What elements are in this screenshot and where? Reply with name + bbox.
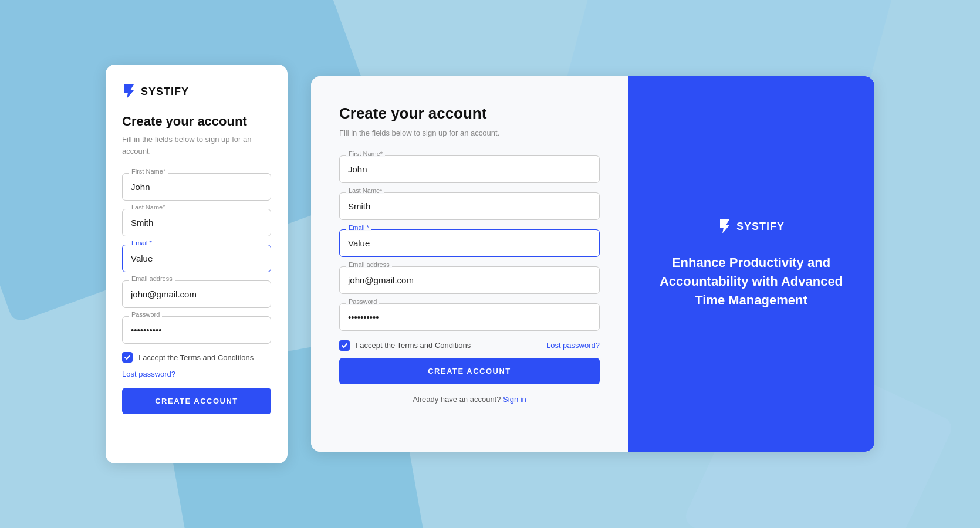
last-name-input-small[interactable] — [122, 209, 271, 236]
terms-checkbox-small[interactable] — [122, 352, 133, 363]
first-name-input-small[interactable] — [122, 173, 271, 201]
password-input-large[interactable] — [339, 303, 600, 331]
email-group-small: Email * — [122, 245, 271, 272]
first-name-input-large[interactable] — [339, 155, 600, 183]
form-title-small: Create your account — [122, 114, 271, 129]
password-group-large: Password — [339, 303, 600, 331]
last-name-group-small: Last Name* — [122, 209, 271, 236]
large-card-promo: SYSTIFY Enhance Productivity and Account… — [628, 76, 874, 452]
email-address-input-large[interactable] — [339, 266, 600, 294]
email-address-group-large: Email address — [339, 266, 600, 294]
create-account-button-large[interactable]: CREATE ACCOUNT — [339, 358, 600, 384]
promo-brand-name: SYSTIFY — [736, 221, 785, 233]
lost-password-small[interactable]: Lost password? — [122, 370, 271, 378]
small-card: SYSTIFY Create your account Fill in the … — [106, 65, 288, 463]
email-address-group-small: Email address — [122, 280, 271, 308]
email-address-label-large: Email address — [346, 261, 392, 268]
checkmark-icon-small — [124, 354, 131, 361]
promo-tagline: Enhance Productivity and Accountability … — [656, 253, 846, 310]
logo-row-small: SYSTIFY — [122, 83, 271, 100]
email-group-large: Email * — [339, 229, 600, 257]
email-label-large: Email * — [346, 224, 371, 231]
checkmark-icon-large — [341, 342, 348, 349]
first-name-group-large: First Name* — [339, 155, 600, 183]
email-address-input-small[interactable] — [122, 280, 271, 308]
already-text: Already have an account? — [413, 395, 501, 404]
large-card-form: Create your account Fill in the fields b… — [311, 76, 628, 452]
email-input-large[interactable] — [339, 229, 600, 257]
email-label-small: Email * — [129, 239, 154, 246]
password-label-large: Password — [346, 298, 379, 305]
sign-in-link[interactable]: Sign in — [503, 395, 526, 404]
form-title-large: Create your account — [339, 104, 600, 123]
form-subtitle-large: Fill in the fields below to sign up for … — [339, 127, 600, 139]
large-card: Create your account Fill in the fields b… — [311, 76, 874, 452]
promo-logo-row: SYSTIFY — [718, 218, 785, 235]
last-name-group-large: Last Name* — [339, 192, 600, 220]
already-have-account-row: Already have an account? Sign in — [339, 395, 600, 404]
main-layout: SYSTIFY Create your account Fill in the … — [0, 0, 980, 528]
password-group-small: Password — [122, 316, 271, 344]
password-label-small: Password — [129, 311, 162, 318]
brand-name-small: SYSTIFY — [141, 86, 189, 98]
last-name-label-large: Last Name* — [346, 187, 384, 194]
terms-label-small: I accept the Terms and Conditions — [138, 353, 254, 362]
last-name-input-large[interactable] — [339, 192, 600, 220]
lost-password-large[interactable]: Lost password? — [546, 341, 600, 350]
password-input-small[interactable] — [122, 316, 271, 344]
email-input-small[interactable] — [122, 245, 271, 272]
terms-label-large: I accept the Terms and Conditions — [356, 341, 471, 350]
last-name-label-small: Last Name* — [129, 204, 167, 211]
form-subtitle-small: Fill in the fields below to sign up for … — [122, 134, 271, 157]
create-account-button-small[interactable]: CREATE ACCOUNT — [122, 388, 271, 414]
checkbox-row-small: I accept the Terms and Conditions — [122, 352, 271, 363]
first-name-label-small: First Name* — [129, 168, 168, 175]
checkbox-row-large: I accept the Terms and Conditions Lost p… — [339, 340, 600, 351]
first-name-label-large: First Name* — [346, 150, 385, 157]
promo-logo-icon — [718, 218, 732, 235]
logo-icon-small — [122, 83, 136, 100]
email-address-label-small: Email address — [129, 275, 175, 282]
first-name-group-small: First Name* — [122, 173, 271, 201]
terms-checkbox-large[interactable] — [339, 340, 350, 351]
